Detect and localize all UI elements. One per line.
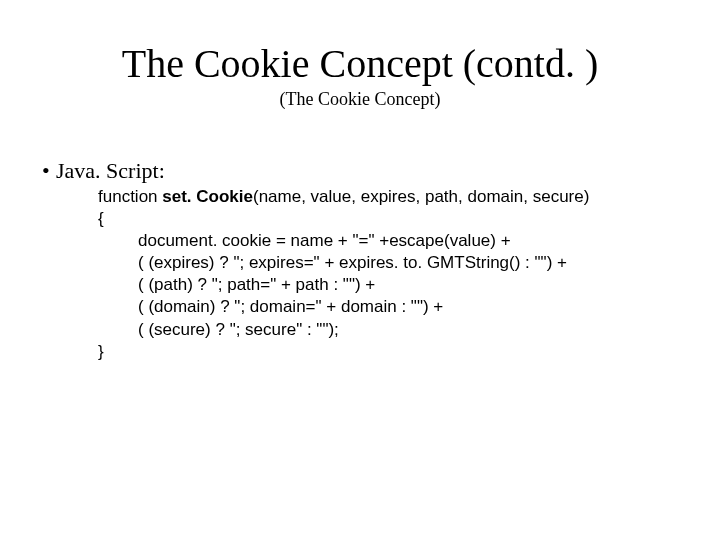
code-line: function set. Cookie(name, value, expire… [98,186,680,208]
code-text: document. cookie = name + "=" +escape(va… [138,231,511,250]
page-title: The Cookie Concept (contd. ) [40,40,680,87]
code-text: (name, value, expires, path, domain, sec… [253,187,589,206]
page-subtitle: (The Cookie Concept) [40,89,680,110]
code-line: { [98,208,680,230]
function-name: set. Cookie [162,187,253,206]
code-text: function [98,187,162,206]
code-line: ( (secure) ? "; secure" : ""); [98,319,680,341]
code-text: ( (domain) ? "; domain=" + domain : "") … [138,297,443,316]
bullet-label: Java. Script: [56,158,165,183]
code-block: function set. Cookie(name, value, expire… [40,186,680,363]
bullet-marker: • [42,158,56,184]
code-line: ( (domain) ? "; domain=" + domain : "") … [98,296,680,318]
code-text: ( (expires) ? "; expires=" + expires. to… [138,253,567,272]
code-text: ( (secure) ? "; secure" : ""); [138,320,339,339]
code-line: ( (path) ? "; path=" + path : "") + [98,274,680,296]
bullet-javascript: •Java. Script: [40,158,680,184]
code-line: ( (expires) ? "; expires=" + expires. to… [98,252,680,274]
code-line: } [98,341,680,363]
code-line: document. cookie = name + "=" +escape(va… [98,230,680,252]
slide: The Cookie Concept (contd. ) (The Cookie… [0,0,720,540]
code-text: ( (path) ? "; path=" + path : "") + [138,275,375,294]
